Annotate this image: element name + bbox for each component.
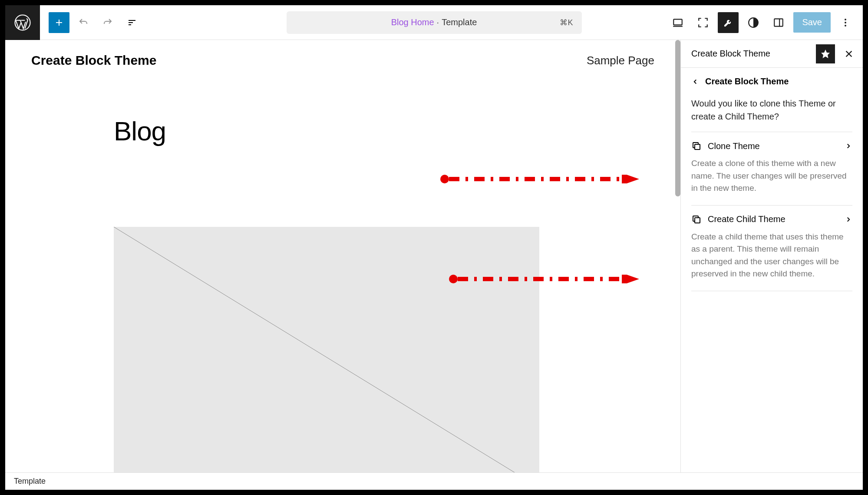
svg-marker-21 [821, 50, 830, 58]
view-button[interactable] [667, 12, 688, 33]
star-icon[interactable] [816, 44, 835, 63]
option-description: Create a child theme that uses this them… [691, 231, 852, 280]
svg-marker-20 [622, 275, 639, 283]
copy-icon [691, 141, 702, 151]
scrollbar[interactable] [675, 40, 680, 196]
sidebar-prompt: Would you like to clone this Theme or cr… [691, 97, 852, 123]
command-center-link: Blog Home [391, 17, 434, 27]
document-overview-button[interactable] [122, 12, 142, 33]
svg-point-11 [845, 19, 846, 20]
sidebar-title: Create Block Theme [691, 49, 812, 59]
divider [691, 291, 852, 291]
option-description: Create a clone of this theme with a new … [691, 157, 852, 195]
undo-button[interactable] [73, 12, 94, 33]
redo-button[interactable] [97, 12, 118, 33]
footer-breadcrumb[interactable]: Template [14, 477, 46, 486]
option-label: Create Child Theme [708, 214, 838, 224]
save-button[interactable]: Save [793, 12, 831, 33]
svg-point-13 [845, 25, 846, 27]
svg-rect-25 [695, 218, 700, 223]
svg-marker-17 [622, 175, 639, 183]
option-clone-theme: Clone Theme Create a clone of this theme… [691, 141, 852, 195]
sidebar-breadcrumb[interactable]: Create Block Theme [691, 76, 852, 86]
zoom-button[interactable] [693, 12, 713, 33]
editor-canvas[interactable]: Create Block Theme Sample Page Blog [5, 40, 680, 472]
styles-button[interactable] [743, 12, 764, 33]
command-center-text: Template [442, 17, 477, 27]
page-heading[interactable]: Blog [5, 81, 680, 146]
options-button[interactable] [835, 12, 856, 33]
svg-rect-6 [674, 19, 683, 25]
svg-point-12 [845, 22, 846, 23]
command-center-shortcut: ⌘K [560, 18, 573, 27]
svg-rect-9 [775, 19, 783, 26]
top-toolbar: Blog Home · Template ⌘K Save [5, 5, 863, 40]
option-clone-theme-row[interactable]: Clone Theme [691, 141, 852, 151]
chevron-right-icon [845, 142, 852, 150]
option-label: Clone Theme [708, 141, 838, 151]
close-panel-button[interactable] [839, 44, 858, 63]
svg-point-15 [440, 175, 449, 183]
option-create-child-theme-row[interactable]: Create Child Theme [691, 214, 852, 225]
footer-breadcrumb-bar: Template [5, 472, 863, 490]
divider [691, 132, 852, 132]
annotation-arrow-1 [439, 175, 639, 183]
wordpress-logo[interactable] [5, 5, 40, 40]
svg-line-14 [114, 227, 539, 472]
add-block-button[interactable] [49, 12, 69, 33]
chevron-left-icon [691, 78, 699, 86]
site-title[interactable]: Create Block Theme [31, 53, 156, 68]
command-center-separator: · [437, 17, 439, 27]
chevron-right-icon [845, 216, 852, 223]
sidebar-panel: Create Block Theme Create Block Theme Wo… [680, 40, 863, 472]
nav-link-sample-page[interactable]: Sample Page [587, 54, 654, 67]
copy-icon [691, 214, 702, 225]
option-create-child-theme: Create Child Theme Create a child theme … [691, 214, 852, 280]
breadcrumb-label: Create Block Theme [705, 76, 789, 86]
image-placeholder[interactable] [114, 227, 539, 472]
svg-rect-24 [695, 144, 700, 149]
divider [691, 205, 852, 206]
settings-panel-button[interactable] [768, 12, 789, 33]
command-center[interactable]: Blog Home · Template ⌘K [287, 11, 582, 34]
tools-button[interactable] [718, 12, 739, 33]
